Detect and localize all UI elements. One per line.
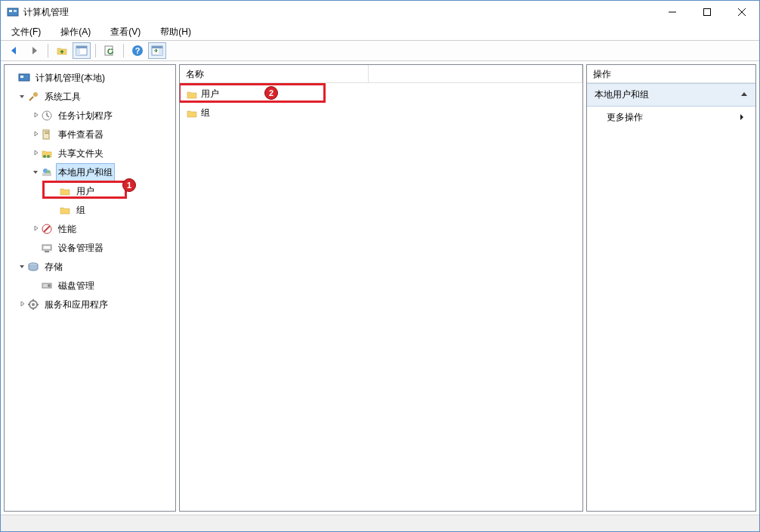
tree-root[interactable]: 计算机管理(本地)	[6, 68, 174, 87]
svg-rect-20	[43, 130, 49, 139]
svg-rect-32	[45, 251, 49, 252]
svg-rect-31	[44, 246, 50, 249]
collapse-triangle-icon	[740, 90, 748, 101]
up-button[interactable]	[53, 42, 71, 59]
tree-pane: 计算机管理(本地) 系统工具 任务计划程序 事件查看器 共享文件夹	[4, 64, 176, 512]
svg-point-18	[33, 92, 38, 97]
column-name[interactable]: 名称	[180, 65, 369, 82]
performance-icon	[41, 223, 53, 235]
app-icon	[7, 6, 19, 18]
storage-icon	[27, 261, 39, 273]
show-hide-action-pane-button[interactable]	[148, 42, 166, 59]
actions-more[interactable]: 更多操作	[587, 107, 755, 128]
svg-point-23	[43, 155, 46, 158]
tree-performance-label: 性能	[56, 220, 79, 238]
tree-performance[interactable]: 性能	[6, 219, 174, 238]
actions-more-label: 更多操作	[607, 111, 643, 124]
svg-rect-4	[704, 9, 711, 16]
menu-action[interactable]: 操作(A)	[57, 24, 94, 40]
collapse-icon[interactable]	[30, 169, 41, 175]
actions-pane-header: 操作	[587, 65, 755, 83]
menu-help[interactable]: 帮助(H)	[157, 24, 194, 40]
list-body: 用户 组 2	[180, 83, 582, 124]
maximize-button[interactable]	[690, 1, 724, 23]
actions-section[interactable]: 本地用户和组	[587, 83, 755, 107]
tree-task-scheduler[interactable]: 任务计划程序	[6, 106, 174, 125]
svg-rect-9	[76, 48, 80, 55]
tree-event-viewer[interactable]: 事件查看器	[6, 125, 174, 144]
minimize-button[interactable]	[655, 1, 690, 23]
tree-groups[interactable]: 组	[6, 200, 174, 219]
show-hide-tree-button[interactable]	[73, 42, 91, 59]
tree-storage-label: 存储	[42, 258, 65, 276]
tools-icon	[27, 91, 39, 103]
tree-services-apps-label: 服务和应用程序	[42, 295, 110, 314]
tree-system-tools[interactable]: 系统工具	[6, 87, 174, 106]
tree-shared-folders-label: 共享文件夹	[56, 144, 106, 162]
expand-icon[interactable]	[30, 225, 41, 232]
close-button[interactable]	[724, 1, 759, 23]
column-spacer[interactable]	[369, 65, 582, 82]
folder-icon	[186, 88, 198, 101]
tree-device-manager-label: 设备管理器	[56, 239, 106, 257]
tree-local-users-groups-label: 本地用户和组	[56, 163, 115, 181]
back-button[interactable]	[5, 42, 23, 59]
svg-rect-17	[20, 76, 23, 78]
expand-icon[interactable]	[30, 112, 41, 119]
window-title: 计算机管理	[23, 6, 655, 19]
column-name-label: 名称	[186, 69, 204, 79]
computer-management-icon	[18, 72, 30, 84]
toolbar-separator	[95, 44, 96, 57]
statusbar	[1, 515, 759, 531]
refresh-button[interactable]	[100, 42, 119, 59]
folder-icon	[186, 107, 198, 119]
toolbar-separator	[123, 44, 124, 57]
expand-icon[interactable]	[17, 301, 27, 308]
svg-rect-2	[14, 10, 17, 12]
actions-pane: 操作 本地用户和组 更多操作	[586, 64, 756, 512]
tree-disk-management-label: 磁盘管理	[56, 277, 97, 295]
list-pane: 名称 用户 组 2	[179, 64, 583, 512]
svg-point-37	[32, 303, 35, 306]
device-manager-icon	[41, 242, 53, 254]
tree-shared-folders[interactable]: 共享文件夹	[6, 144, 174, 162]
expand-icon[interactable]	[30, 131, 41, 138]
menu-file[interactable]: 文件(F)	[8, 24, 44, 40]
forward-button[interactable]	[25, 42, 43, 59]
svg-rect-1	[9, 10, 12, 12]
svg-text:?: ?	[135, 46, 141, 55]
list-item-users[interactable]: 用户	[180, 85, 582, 104]
window-controls	[655, 1, 759, 23]
users-groups-icon	[41, 166, 53, 178]
tree-services-apps[interactable]: 服务和应用程序	[6, 295, 174, 314]
disk-icon	[41, 280, 53, 292]
tree-disk-management[interactable]: 磁盘管理	[6, 276, 174, 295]
console-tree: 计算机管理(本地) 系统工具 任务计划程序 事件查看器 共享文件夹	[5, 65, 175, 317]
toolbar: ?	[1, 40, 759, 61]
tree-storage[interactable]: 存储	[6, 257, 174, 276]
folder-icon	[59, 185, 71, 197]
help-button[interactable]: ?	[128, 42, 147, 59]
tree-local-users-groups[interactable]: 本地用户和组	[6, 162, 174, 181]
tree-system-tools-label: 系统工具	[42, 88, 83, 106]
shared-folder-icon	[41, 147, 53, 159]
tree-users[interactable]: 用户	[6, 181, 174, 200]
expand-icon[interactable]	[30, 150, 41, 156]
main-area: 计算机管理(本地) 系统工具 任务计划程序 事件查看器 共享文件夹	[1, 61, 759, 515]
svg-rect-14	[152, 46, 162, 48]
titlebar: 计算机管理	[1, 1, 759, 23]
menubar: 文件(F) 操作(A) 查看(V) 帮助(H)	[1, 23, 759, 40]
tree-root-label: 计算机管理(本地)	[33, 69, 107, 87]
tree-task-scheduler-label: 任务计划程序	[56, 107, 115, 125]
list-item-groups[interactable]: 组	[180, 104, 582, 122]
svg-point-35	[48, 284, 51, 287]
collapse-icon[interactable]	[17, 263, 27, 270]
svg-point-24	[47, 155, 50, 158]
services-icon	[27, 298, 39, 311]
list-header: 名称	[180, 65, 582, 83]
folder-icon	[59, 204, 71, 216]
menu-view[interactable]: 查看(V)	[107, 24, 144, 40]
collapse-icon[interactable]	[17, 93, 27, 100]
chevron-right-icon	[739, 113, 745, 123]
tree-device-manager[interactable]: 设备管理器	[6, 238, 174, 257]
